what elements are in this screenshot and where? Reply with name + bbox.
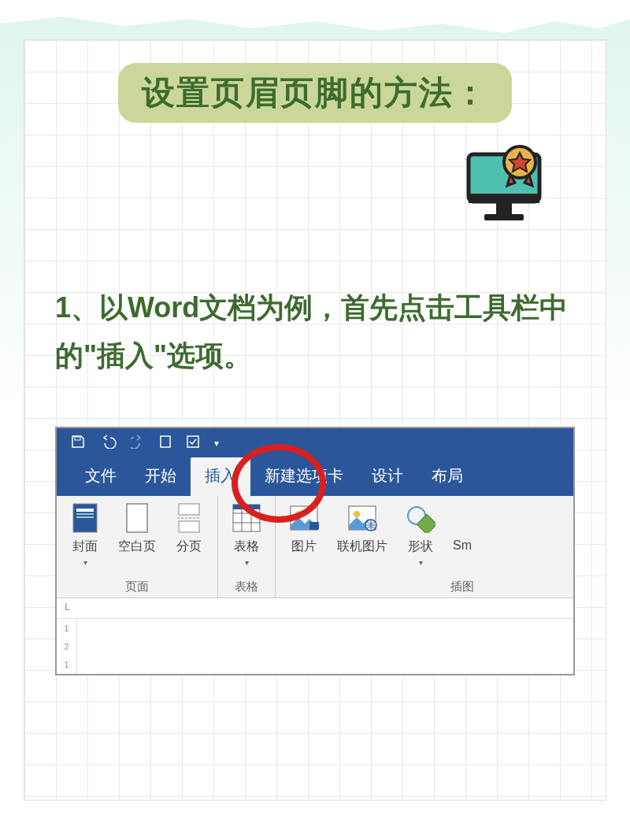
cover-page-icon <box>69 502 101 534</box>
dropdown-icon <box>419 560 423 567</box>
page-content: 设置页眉页脚的方法： 1、以Word文档为例，首先点击工具栏中的"插入"选项。 <box>0 0 630 675</box>
svg-rect-3 <box>484 214 524 220</box>
save-icon[interactable] <box>71 435 85 453</box>
picture-label: 图片 <box>291 538 317 555</box>
vertical-ruler: 1 2 1 <box>57 619 77 674</box>
quick-access-toolbar: ▾ <box>57 428 573 458</box>
blank-page-icon <box>121 502 153 534</box>
svg-rect-11 <box>76 516 94 518</box>
ribbon-group-pages: 封面 空白页 分页 页面 <box>57 496 218 598</box>
svg-rect-12 <box>127 504 147 532</box>
doc-icon[interactable] <box>159 435 172 453</box>
monitor-award-icon <box>457 139 551 236</box>
shapes-button[interactable]: 形状 <box>398 502 443 576</box>
smartart-label: Sm <box>453 538 472 553</box>
group-illustrations-label: 插图 <box>282 576 474 594</box>
tab-design[interactable]: 设计 <box>358 457 417 496</box>
dropdown-icon <box>245 560 249 567</box>
tab-insert[interactable]: 插入 <box>191 457 250 496</box>
online-picture-icon <box>346 502 378 534</box>
blank-page-label: 空白页 <box>118 538 156 555</box>
group-tables-label: 表格 <box>224 576 269 594</box>
cover-page-button[interactable]: 封面 <box>63 502 107 576</box>
svg-point-26 <box>354 511 360 517</box>
svg-rect-24 <box>309 522 319 530</box>
page-break-icon <box>173 502 205 534</box>
tab-layout[interactable]: 布局 <box>417 457 477 496</box>
title-container: 设置页眉页脚的方法： <box>47 63 583 123</box>
ribbon-tabs: 文件 开始 插入 新建选项卡 设计 布局 <box>57 458 573 496</box>
svg-rect-1 <box>469 194 539 203</box>
ruler-mark: 1 <box>65 661 69 669</box>
svg-rect-10 <box>76 513 94 515</box>
smartart-icon <box>447 502 478 534</box>
picture-button[interactable]: 图片 <box>282 502 326 576</box>
tab-file[interactable]: 文件 <box>71 457 131 496</box>
online-picture-button[interactable]: 联机图片 <box>334 502 391 576</box>
table-label: 表格 <box>234 538 259 555</box>
shapes-label: 形状 <box>408 538 433 555</box>
document-area: 1 2 1 <box>57 619 573 674</box>
word-screenshot: ▾ 文件 开始 插入 新建选项卡 设计 布局 封面 空白页 <box>55 427 575 675</box>
svg-rect-29 <box>417 515 435 534</box>
picture-icon <box>288 502 320 534</box>
ruler-mark: 1 <box>65 624 69 633</box>
check-icon[interactable] <box>186 435 200 453</box>
dropdown-icon <box>83 560 87 567</box>
shapes-icon <box>405 502 436 534</box>
page-title: 设置页眉页脚的方法： <box>142 74 488 111</box>
page-break-button[interactable]: 分页 <box>167 502 211 576</box>
blank-page-button[interactable]: 空白页 <box>115 502 159 576</box>
ribbon: 封面 空白页 分页 页面 <box>57 496 573 598</box>
undo-icon[interactable] <box>99 435 117 453</box>
tab-new[interactable]: 新建选项卡 <box>250 457 358 496</box>
svg-rect-5 <box>75 437 80 440</box>
qat-more-icon[interactable]: ▾ <box>214 438 219 449</box>
table-button[interactable]: 表格 <box>224 502 269 576</box>
svg-rect-6 <box>161 436 170 447</box>
page-break-label: 分页 <box>176 538 202 555</box>
table-icon <box>231 502 262 534</box>
svg-rect-2 <box>496 203 512 214</box>
horizontal-ruler <box>57 598 573 619</box>
group-pages-label: 页面 <box>63 576 211 594</box>
svg-rect-21 <box>233 505 260 509</box>
online-picture-label: 联机图片 <box>337 538 387 555</box>
smartart-button[interactable]: Sm <box>450 502 474 576</box>
svg-rect-14 <box>179 521 199 532</box>
cover-page-label: 封面 <box>72 538 98 555</box>
decor-icon-row <box>47 139 583 236</box>
ribbon-group-illustrations: 图片 联机图片 形状 Sm 插图 <box>276 496 480 598</box>
title-highlight: 设置页眉页脚的方法： <box>118 63 512 123</box>
svg-rect-7 <box>187 436 198 447</box>
ribbon-group-tables: 表格 表格 <box>218 496 276 598</box>
tab-home[interactable]: 开始 <box>131 457 191 496</box>
redo-icon[interactable] <box>131 435 145 453</box>
svg-rect-13 <box>179 504 199 515</box>
step-1-text: 1、以Word文档为例，首先点击工具栏中的"插入"选项。 <box>47 283 583 379</box>
svg-rect-9 <box>76 509 94 512</box>
ruler-mark: 2 <box>65 642 69 651</box>
svg-point-23 <box>295 511 302 517</box>
